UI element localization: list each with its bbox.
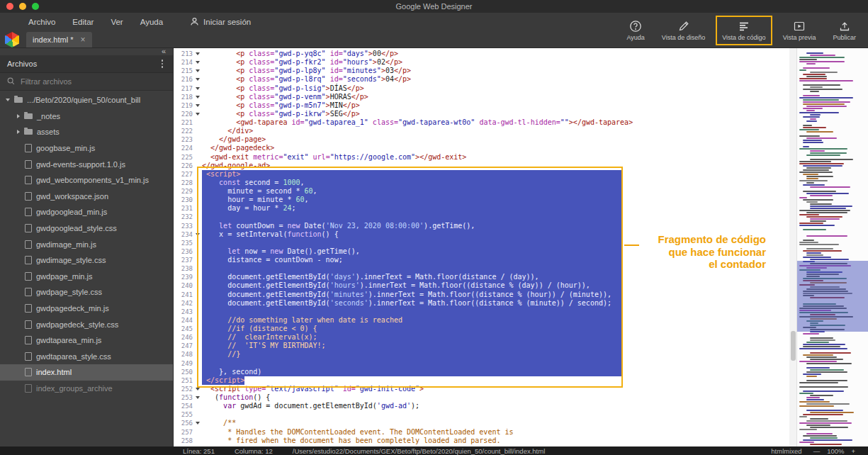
code-line-247: 247 // 'IT'S MY BIRTHDAY!; — [174, 342, 796, 350]
search-icon — [7, 75, 15, 88]
close-window-button[interactable] — [6, 3, 13, 10]
folder-assets[interactable]: assets — [0, 124, 173, 140]
line-number: 214 — [174, 58, 193, 67]
fold-arrow-icon — [196, 396, 200, 399]
file-gwdpage_min.js[interactable]: gwdpage_min.js — [0, 269, 173, 285]
editor-scrollbar[interactable] — [789, 48, 796, 446]
code-line-224: 224 </gwd-pagedeck> — [174, 144, 796, 152]
caret-right-icon[interactable] — [17, 130, 20, 134]
menu-ayuda[interactable]: Ayuda — [140, 18, 163, 26]
file-gwdtaparea_min.js[interactable]: gwdtaparea_min.js — [0, 332, 173, 349]
code-line-219: 219 <p class="gwd-p-m5n7">MIN</p> — [174, 101, 796, 110]
fold-marker[interactable] — [193, 87, 202, 90]
file-googbase_min.js[interactable]: googbase_min.js — [0, 140, 173, 157]
minimap[interactable] — [796, 48, 868, 446]
file-gwdimage_min.js[interactable]: gwdimage_min.js — [0, 236, 173, 252]
fold-marker[interactable] — [193, 113, 202, 116]
maximize-window-button[interactable] — [32, 3, 39, 10]
fold-marker[interactable] — [193, 69, 202, 72]
cursor-column-indicator: Columna: 12 — [235, 447, 273, 455]
minimize-window-button[interactable] — [19, 3, 26, 10]
fold-marker[interactable] — [193, 388, 202, 391]
design-view-icon — [677, 20, 690, 33]
line-number: 238 — [174, 264, 193, 273]
line-number: 232 — [174, 213, 193, 221]
toolbar-button-preview[interactable]: Vista previa — [777, 16, 823, 45]
code-line-232: 232 — [174, 213, 796, 221]
code-line-231: 231 day = hour * 24; — [174, 204, 796, 213]
panel-menu-icon[interactable] — [159, 58, 167, 69]
filter-files-input[interactable] — [19, 77, 166, 86]
menu-ver[interactable]: Ver — [111, 18, 123, 26]
help-icon — [629, 20, 642, 33]
folder-_notes[interactable]: _notes — [0, 108, 173, 125]
code-line-237: 237 distance = countDown - now; — [174, 256, 796, 264]
code-line-244: 244 //do something later when date is re… — [174, 316, 796, 325]
fold-arrow-icon — [196, 388, 200, 391]
sign-in-button[interactable]: Iniciar sesión — [190, 17, 251, 28]
line-number: 234 — [174, 230, 193, 239]
fold-marker[interactable] — [193, 396, 202, 399]
fold-marker[interactable] — [193, 104, 202, 107]
publish-icon — [838, 20, 851, 33]
fold-marker[interactable] — [193, 61, 202, 64]
code-line-246: 246 // clearInterval(x); — [174, 333, 796, 342]
caret-down-icon[interactable] — [6, 99, 10, 101]
file-gwdpagedeck_style.css[interactable]: gwdpagedeck_style.css — [0, 316, 173, 332]
fold-arrow-icon — [196, 233, 200, 236]
line-number: 246 — [174, 333, 193, 342]
collapse-panel-button[interactable]: « — [162, 48, 166, 55]
file-gwdpagedeck_min.js[interactable]: gwdpagedeck_min.js — [0, 300, 173, 317]
fold-marker[interactable] — [193, 78, 202, 81]
caret-right-icon[interactable] — [17, 114, 20, 118]
file-gwdtaparea_style.css[interactable]: gwdtaparea_style.css — [0, 349, 173, 365]
code-line-248: 248 //} — [174, 350, 796, 359]
fold-marker[interactable] — [193, 233, 202, 236]
tab-index-html[interactable]: index.html * × — [26, 32, 92, 47]
file-gwd_workspace.json[interactable]: gwd_workspace.json — [0, 189, 173, 205]
code-line-241: 241 document.getElementById('minutes').i… — [174, 291, 796, 299]
fold-marker[interactable] — [193, 422, 202, 425]
fold-arrow-icon — [196, 422, 200, 425]
file-gwdgooglead_min.js[interactable]: gwdgooglead_min.js — [0, 204, 173, 220]
code-line-226: 226</gwd-google-ad> — [174, 162, 796, 170]
toolbar-button-design-view[interactable]: Vista de diseño — [655, 16, 711, 45]
zoom-out-button[interactable]: — — [813, 447, 821, 455]
line-number: 255 — [174, 410, 193, 419]
code-line-227: 227 <script> — [174, 170, 796, 179]
minimap-code — [797, 48, 868, 445]
file-gwd_webcomponents_v1_min.js[interactable]: gwd_webcomponents_v1_min.js — [0, 172, 173, 189]
file-gwd-events-support.1.0.js[interactable]: gwd-events-support.1.0.js — [0, 156, 173, 172]
file-icon — [25, 144, 32, 152]
file-index_groups_archive[interactable]: index_groups_archive — [0, 381, 173, 397]
line-number: 244 — [174, 316, 193, 325]
fold-marker[interactable] — [193, 52, 202, 55]
code-lines: 213 <p class="gwd-p-yq8c" id="days">00</… — [174, 48, 796, 445]
fold-marker[interactable] — [193, 96, 202, 99]
toolbar-button-code-view[interactable]: Vista de código — [716, 16, 772, 45]
code-line-253: 253 (function() { — [174, 393, 796, 402]
file-gwdgooglead_style.css[interactable]: gwdgooglead_style.css — [0, 220, 173, 237]
code-line-256: 256 /** — [174, 419, 796, 427]
code-line-229: 229 minute = second * 60, — [174, 187, 796, 196]
line-number: 247 — [174, 342, 193, 350]
file-gwdpage_style.css[interactable]: gwdpage_style.css — [0, 284, 173, 300]
code-view-icon — [738, 20, 750, 33]
line-number: 242 — [174, 299, 193, 308]
code-editor[interactable]: 213 <p class="gwd-p-yq8c" id="days">00</… — [174, 48, 796, 446]
menu-editar[interactable]: Editar — [72, 18, 94, 26]
folder-...-Beto-2020-quien_50-count_bill[interactable]: .../Beto/2020/quien_50/count_bill — [0, 92, 173, 108]
filter-files-field[interactable] — [0, 73, 173, 91]
zoom-in-button[interactable]: + — [851, 447, 855, 455]
file-index.html[interactable]: index.html — [0, 364, 173, 381]
line-number: 253 — [174, 393, 193, 402]
menu-archivo[interactable]: Archivo — [28, 18, 55, 26]
close-tab-icon[interactable]: × — [80, 35, 85, 44]
file-icon — [25, 160, 32, 169]
file-gwdimage_style.css[interactable]: gwdimage_style.css — [0, 252, 173, 269]
minimap-selection — [797, 261, 868, 332]
toolbar-button-publish[interactable]: Publicar — [826, 16, 862, 45]
toolbar-button-help[interactable]: Ayuda — [620, 16, 650, 45]
editor-scrollbar-thumb[interactable] — [791, 331, 796, 361]
file-icon — [25, 336, 32, 344]
